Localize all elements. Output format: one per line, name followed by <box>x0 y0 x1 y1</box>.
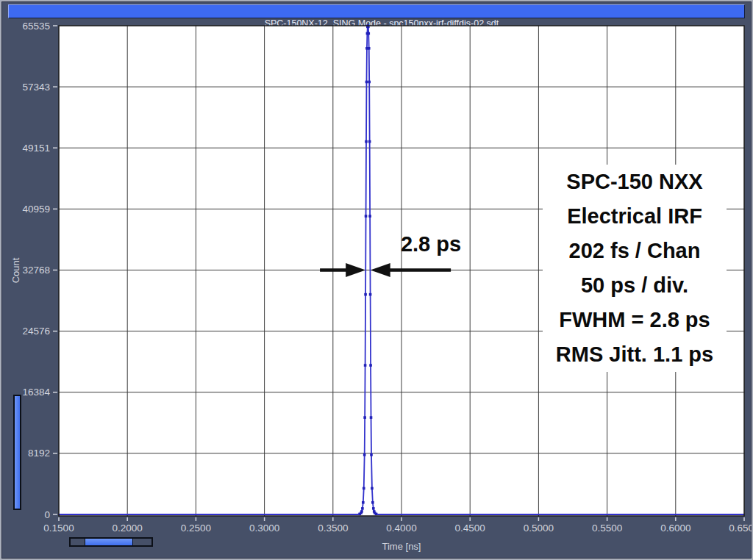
data-point-marker <box>368 81 371 84</box>
data-point-marker <box>365 140 368 143</box>
vertical-range-indicator[interactable] <box>13 395 21 510</box>
x-tick-label: 0.4500 <box>455 523 485 534</box>
x-tick-label: 0.3500 <box>318 523 348 534</box>
data-point-marker <box>364 364 367 367</box>
x-axis-title: Time [ns] <box>382 541 421 552</box>
x-tick-label: 0.1500 <box>43 523 74 534</box>
info-line-scale: 50 ps / div. <box>543 268 727 303</box>
y-tick-label: 40959 <box>22 204 50 215</box>
data-point-marker <box>370 453 373 456</box>
fwhm-width-label: 2.8 ps <box>401 232 461 256</box>
info-line-signal: Electrical IRF <box>543 199 727 234</box>
info-line-resolution: 202 fs / Chan <box>543 234 727 268</box>
data-point-marker <box>368 47 371 50</box>
y-axis-title: Count <box>10 258 21 284</box>
data-point-marker <box>368 215 371 218</box>
y-tick-label: 49151 <box>22 143 50 154</box>
x-tick-label: 0.5000 <box>524 523 554 534</box>
data-point-marker <box>365 215 368 218</box>
info-line-fwhm: FWHM = 2.8 ps <box>543 303 727 337</box>
x-tick-label: 0.2500 <box>181 523 211 534</box>
data-point-marker <box>375 513 378 516</box>
x-tick-label: 0.4000 <box>386 523 416 534</box>
scrollbar-thumb[interactable] <box>85 538 133 546</box>
measurement-info-box: SPC-150 NXX Electrical IRF 202 fs / Chan… <box>543 165 727 372</box>
x-tick-label: 0.2000 <box>113 523 143 534</box>
y-tick-label: 16384 <box>22 387 50 398</box>
y-tick-label: 65535 <box>22 21 50 32</box>
data-point-marker <box>361 507 364 510</box>
y-tick-label: 8192 <box>28 448 50 459</box>
data-point-marker <box>369 293 372 296</box>
y-tick-label: 24576 <box>22 326 50 337</box>
data-point-marker <box>369 364 372 367</box>
data-point-marker <box>365 81 368 84</box>
data-point-marker <box>362 501 365 504</box>
x-tick-label: 0.3000 <box>249 523 279 534</box>
data-point-marker <box>363 453 366 456</box>
x-tick-label: 0.5500 <box>592 523 622 534</box>
data-point-marker <box>370 416 373 419</box>
data-point-marker <box>363 416 366 419</box>
data-point-marker <box>372 507 375 510</box>
y-tick-label: 0 <box>44 509 50 520</box>
x-tick-label: 0.6000 <box>660 523 690 534</box>
x-tick-label: 0.6500 <box>729 523 753 534</box>
horizontal-scrollbar[interactable] <box>69 537 153 547</box>
data-point-marker <box>368 140 371 143</box>
data-point-marker <box>371 487 374 490</box>
info-line-device: SPC-150 NXX <box>543 165 727 199</box>
y-tick-label: 57343 <box>22 82 50 93</box>
data-point-marker <box>360 510 363 513</box>
data-point-marker <box>371 501 374 504</box>
data-point-marker <box>363 487 365 490</box>
data-point-marker <box>367 32 370 35</box>
y-tick-label: 32768 <box>22 265 50 276</box>
data-point-marker <box>364 293 367 296</box>
spcm-trace-window: SPC-150NX-12 SING Mode - spc150nxx-irf-d… <box>0 0 753 560</box>
info-line-jitter: RMS Jitt. 1.1 ps <box>543 337 727 372</box>
